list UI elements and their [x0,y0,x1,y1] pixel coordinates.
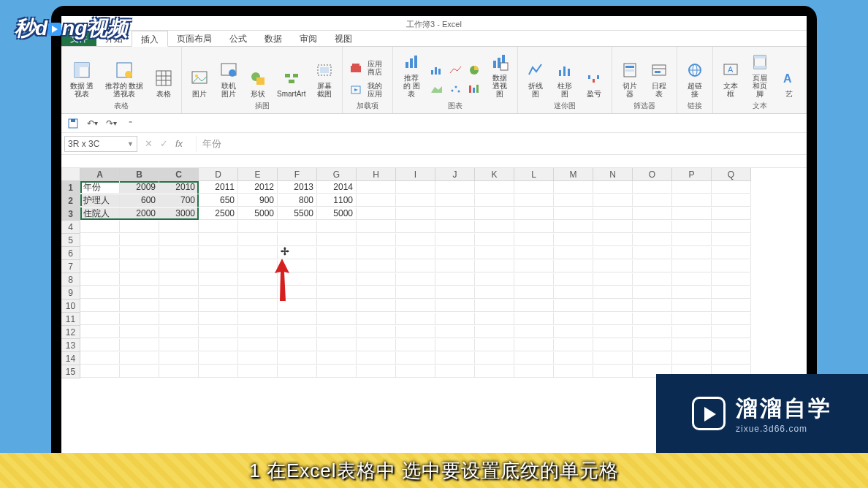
cell[interactable] [120,339,159,351]
cell[interactable] [633,273,672,286]
hyperlink-button[interactable]: 超链接 [682,58,708,99]
cell[interactable] [357,352,396,365]
cell[interactable] [317,313,357,325]
cell[interactable] [633,300,672,312]
cell[interactable] [199,234,238,246]
tab-view[interactable]: 视图 [326,31,361,46]
column-header[interactable]: C [159,168,199,181]
cell[interactable] [396,260,435,272]
cell[interactable] [238,352,278,365]
cell[interactable]: 2500 [199,207,238,220]
cell[interactable] [435,326,475,338]
cell[interactable] [554,300,593,312]
fx-icon[interactable]: fx [175,138,183,149]
row-header[interactable]: 9 [61,286,80,300]
chart-other-icon[interactable] [466,82,484,99]
cell[interactable] [159,352,199,365]
cell[interactable] [554,286,593,299]
cell[interactable]: 2010 [159,181,199,194]
cell[interactable] [435,247,475,259]
column-header[interactable]: A [80,168,120,181]
cell[interactable] [317,273,357,286]
pivot-chart-button[interactable]: 数据透视图 [487,50,513,99]
chart-bar-icon[interactable] [428,63,446,80]
cell[interactable] [712,352,751,365]
cell[interactable] [672,194,712,207]
cell[interactable]: 1100 [317,194,357,207]
cell[interactable] [593,247,633,259]
cell[interactable] [396,221,435,233]
cell[interactable] [238,260,278,272]
cell[interactable] [712,339,751,351]
cell[interactable] [475,181,514,194]
cell[interactable] [396,234,435,246]
cell[interactable] [80,300,120,312]
chart-area-icon[interactable] [428,82,446,99]
cell[interactable] [633,286,672,299]
cell[interactable] [435,273,475,286]
cell[interactable] [712,273,751,286]
cell[interactable]: 年份 [80,181,120,194]
cell[interactable] [80,339,120,351]
cell[interactable]: 3000 [159,207,199,220]
name-box[interactable]: 3R x 3C▼ [64,136,137,152]
cell[interactable] [712,181,751,194]
wordart-button[interactable]: A艺 [776,66,802,99]
cell[interactable] [554,194,593,207]
cell[interactable] [317,365,357,378]
cell[interactable] [317,326,357,338]
cell[interactable] [514,273,554,286]
cell[interactable]: 住院人数 [80,207,120,220]
cell[interactable] [199,221,238,233]
cell[interactable] [593,181,633,194]
cell[interactable] [238,221,278,233]
cell[interactable] [712,234,751,246]
redo-icon[interactable]: ↷ ▾ [105,118,117,129]
cell[interactable] [396,247,435,259]
cell[interactable] [633,247,672,259]
cell[interactable]: 600 [120,194,159,207]
chart-line-icon[interactable] [447,63,465,80]
cell[interactable] [435,339,475,351]
cell[interactable]: 2013 [278,181,317,194]
cell[interactable] [514,194,554,207]
pictures-button[interactable]: 图片 [186,66,213,99]
cell[interactable] [159,273,199,286]
column-header[interactable]: E [238,168,278,181]
cell[interactable] [278,365,317,378]
column-header[interactable]: P [672,168,712,181]
cell[interactable] [435,194,475,207]
cell[interactable] [120,221,159,233]
cell[interactable] [120,313,159,325]
row-header[interactable]: 14 [61,352,80,365]
cell[interactable] [593,273,633,286]
cell[interactable] [396,207,435,220]
qat-customize-icon[interactable]: ⁼ [124,118,136,129]
cell[interactable] [475,207,514,220]
cell[interactable] [317,300,357,312]
row-header[interactable]: 4 [61,221,80,234]
rec-pivot-button[interactable]: 推荐的 数据透视表 [101,58,148,99]
cell[interactable] [238,247,278,259]
cell[interactable] [435,181,475,194]
cell[interactable] [159,260,199,272]
column-header[interactable]: K [475,168,514,181]
cancel-formula-icon[interactable]: ✕ [145,138,153,149]
cell[interactable] [514,352,554,365]
cell[interactable] [317,247,357,259]
cell[interactable] [357,181,396,194]
row-header[interactable]: 11 [61,313,80,326]
cell[interactable] [317,260,357,272]
cell[interactable] [633,313,672,325]
cell[interactable] [317,221,357,233]
cell[interactable] [80,365,120,378]
save-icon[interactable] [67,118,79,129]
cell[interactable] [238,234,278,246]
shapes-button[interactable]: 形状 [245,66,271,99]
cell[interactable] [514,247,554,259]
cell[interactable] [199,352,238,365]
row-header[interactable]: 1 [61,181,80,194]
cell[interactable] [396,352,435,365]
cell[interactable] [278,352,317,365]
cell[interactable] [199,300,238,312]
